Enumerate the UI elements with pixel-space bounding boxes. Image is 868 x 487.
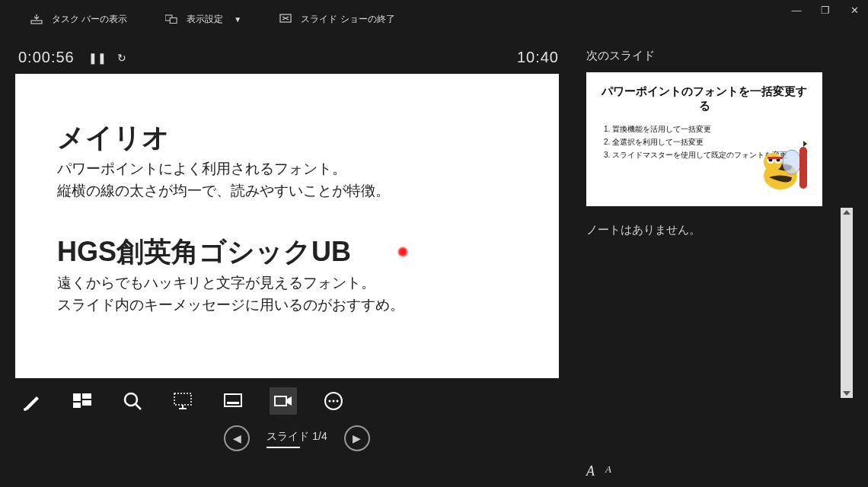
svg-point-17 <box>337 400 339 403</box>
elapsed-timer: 0:00:56 <box>18 49 75 66</box>
show-taskbar-button[interactable]: タスク バーの表示 <box>30 13 127 26</box>
slide-text: パワーポイントによく利用されるフォント。 <box>57 158 517 180</box>
list-item: 置換機能を活用して一括変更 <box>612 123 809 135</box>
more-options-button[interactable] <box>320 387 347 415</box>
close-button[interactable]: ✕ <box>848 5 860 16</box>
end-show-icon <box>279 14 292 24</box>
next-slide-button[interactable]: ▶ <box>344 425 370 451</box>
pause-timer-button[interactable]: ❚❚ <box>88 52 107 64</box>
pen-tool-button[interactable] <box>18 387 46 415</box>
end-slideshow-label: スライド ショーの終了 <box>301 13 394 26</box>
next-slide-title: パワーポイントのフォントを一括変更する <box>600 84 809 113</box>
svg-point-15 <box>329 400 331 403</box>
laser-pointer-dot <box>397 247 408 257</box>
prev-slide-button[interactable]: ◀ <box>224 425 250 451</box>
next-slide-label: 次のスライド <box>586 49 853 63</box>
current-slide-preview: メイリオ パワーポイントによく利用されるフォント。 縦横の線の太さが均一で、読み… <box>15 74 559 378</box>
display-settings-label: 表示設定 <box>187 13 223 26</box>
svg-point-4 <box>24 408 27 411</box>
display-settings-button[interactable]: 表示設定 ▼ <box>165 13 241 26</box>
reset-timer-button[interactable]: ↻ <box>117 52 126 64</box>
slide-text: スライド内のキーメッセージに用いるのがおすすめ。 <box>57 294 517 317</box>
svg-rect-8 <box>73 403 81 408</box>
increase-font-button[interactable]: A <box>586 463 595 479</box>
svg-point-9 <box>125 393 137 406</box>
black-screen-button[interactable] <box>169 387 196 415</box>
svg-rect-24 <box>767 157 783 159</box>
svg-rect-7 <box>82 400 91 406</box>
bee-illustration <box>746 139 815 200</box>
decrease-font-button[interactable]: A <box>605 463 611 479</box>
svg-rect-12 <box>227 402 239 404</box>
notes-empty-text: ノートはありません。 <box>586 223 700 398</box>
slide-nav: ◀ スライド 1/4 ▶ <box>15 425 579 451</box>
taskbar-icon <box>30 14 43 24</box>
svg-rect-26 <box>799 147 807 189</box>
svg-point-16 <box>333 400 335 403</box>
timer-row: 0:00:56 ❚❚ ↻ 10:40 <box>15 38 579 74</box>
notes-font-size-controls: A A <box>586 457 853 487</box>
slide-heading-2: HGS創英角ゴシックUB <box>57 234 517 271</box>
slide-counter[interactable]: スライド 1/4 <box>266 430 327 447</box>
zoom-tool-button[interactable] <box>119 387 146 415</box>
svg-rect-2 <box>171 18 177 23</box>
svg-rect-13 <box>275 396 286 406</box>
svg-rect-0 <box>31 21 42 24</box>
camera-button[interactable] <box>270 387 297 415</box>
see-all-slides-button[interactable] <box>69 387 96 415</box>
slide-text: 遠くからでもハッキリと文字が見えるフォント。 <box>57 272 517 294</box>
restore-button[interactable]: ❐ <box>819 5 831 16</box>
notes-panel: ノートはありません。 A A <box>586 223 853 487</box>
presenter-topbar: タスク バーの表示 表示設定 ▼ スライド ショーの終了 <box>0 0 868 38</box>
svg-rect-11 <box>225 394 241 406</box>
slide-heading-1: メイリオ <box>57 119 517 157</box>
subtitle-button[interactable] <box>219 387 247 415</box>
slide-text: 縦横の線の太さが均一で、読みやすいことが特徴。 <box>57 180 517 202</box>
next-slide-preview[interactable]: パワーポイントのフォントを一括変更する 置換機能を活用して一括変更 全選択を利用… <box>586 72 822 206</box>
end-slideshow-button[interactable]: スライド ショーの終了 <box>279 13 394 26</box>
svg-point-25 <box>783 150 801 174</box>
svg-rect-5 <box>73 393 81 401</box>
notes-scrollbar[interactable] <box>841 208 853 398</box>
show-taskbar-label: タスク バーの表示 <box>52 13 127 26</box>
svg-rect-6 <box>82 393 91 399</box>
presenter-tools <box>15 378 579 415</box>
chevron-down-icon: ▼ <box>234 15 241 24</box>
display-settings-icon <box>165 14 177 24</box>
svg-rect-10 <box>174 393 191 405</box>
minimize-button[interactable]: — <box>790 5 803 16</box>
current-time: 10:40 <box>517 49 559 66</box>
